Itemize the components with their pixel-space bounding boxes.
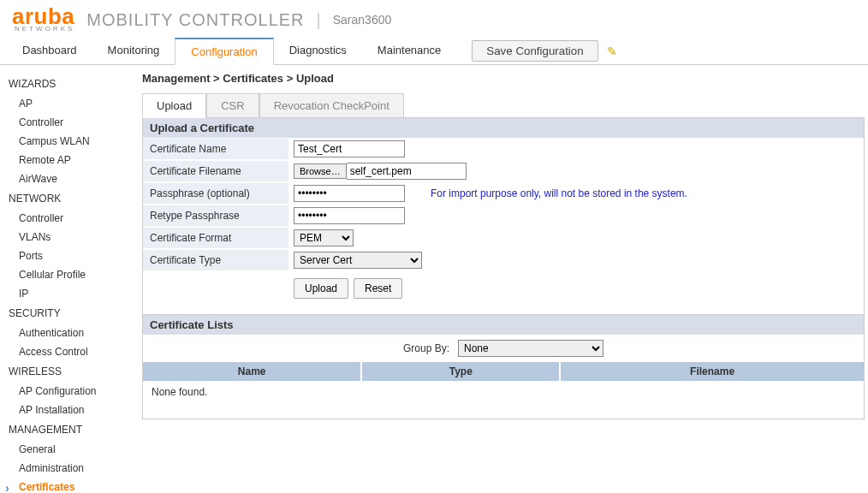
- panel: Upload a Certificate Certificate Name Ce…: [142, 118, 865, 419]
- passphrase-hint: For import purpose only, will not be sto…: [431, 187, 687, 199]
- label-cert-name: Certificate Name: [143, 139, 288, 159]
- sidebar-item-campus-wlan[interactable]: Campus WLAN: [9, 132, 135, 151]
- sidebar-group-security: SECURITY: [9, 303, 135, 324]
- sidebar-group-network: NETWORK: [9, 188, 135, 209]
- groupby-label: Group By:: [403, 342, 449, 354]
- sidebar-item-access-control[interactable]: Access Control: [9, 342, 135, 361]
- tab-diagnostics[interactable]: Diagnostics: [274, 38, 362, 64]
- sidebar-group-wizards: WIZARDS: [9, 74, 135, 94]
- sidebar-item-ap-config[interactable]: AP Configuration: [9, 382, 135, 401]
- sidebar-item-controller[interactable]: Controller: [9, 113, 135, 132]
- label-cert-type: Certificate Type: [143, 250, 288, 270]
- sidebar-item-administration[interactable]: Administration: [9, 459, 135, 478]
- subtab-revocation[interactable]: Revocation CheckPoint: [259, 93, 404, 117]
- sidebar-item-cellular[interactable]: Cellular Profile: [9, 265, 135, 284]
- tab-monitoring[interactable]: Monitoring: [92, 38, 175, 64]
- sidebar-item-general[interactable]: General: [9, 440, 135, 459]
- col-name[interactable]: Name: [143, 362, 361, 381]
- upload-button[interactable]: Upload: [294, 278, 348, 299]
- sidebar-group-wireless: WIRELESS: [9, 361, 135, 382]
- sidebar-item-ports[interactable]: Ports: [9, 246, 135, 265]
- breadcrumb: Management > Certificates > Upload: [142, 72, 865, 85]
- sidebar-item-ip[interactable]: IP: [9, 284, 135, 303]
- sidebar-item-net-controller[interactable]: Controller: [9, 209, 135, 228]
- input-cert-name[interactable]: [294, 140, 405, 157]
- col-filename[interactable]: Filename: [560, 362, 864, 381]
- section-cert-lists: Certificate Lists: [143, 314, 864, 335]
- label-cert-filename: Certificate Filename: [143, 161, 288, 181]
- brand-logo: aruba NETWORKS: [12, 7, 74, 33]
- tab-configuration[interactable]: Configuration: [175, 38, 273, 65]
- divider: |: [317, 10, 321, 30]
- subtabs: Upload CSR Revocation CheckPoint: [142, 93, 865, 118]
- pencil-icon[interactable]: ✎: [607, 45, 617, 58]
- brand-sub: NETWORKS: [12, 25, 74, 33]
- sidebar-item-authentication[interactable]: Authentication: [9, 324, 135, 342]
- input-cert-filename[interactable]: [347, 163, 467, 180]
- sidebar-item-vlans[interactable]: VLANs: [9, 228, 135, 246]
- sidebar-item-ap[interactable]: AP: [9, 94, 135, 113]
- sidebar-item-airwave[interactable]: AirWave: [9, 169, 135, 188]
- sidebar-item-certificates[interactable]: Certificates: [9, 478, 135, 493]
- col-type[interactable]: Type: [361, 362, 560, 381]
- main-content: Management > Certificates > Upload Uploa…: [135, 65, 868, 493]
- save-configuration-button[interactable]: Save Configuration: [472, 40, 597, 62]
- sidebar-item-ap-install[interactable]: AP Installation: [9, 401, 135, 419]
- label-passphrase: Passphrase (optional): [143, 183, 288, 204]
- sidebar: WIZARDS AP Controller Campus WLAN Remote…: [0, 65, 135, 493]
- select-cert-type[interactable]: Server Cert: [294, 252, 422, 269]
- tab-maintenance[interactable]: Maintenance: [362, 38, 456, 64]
- input-retype-passphrase[interactable]: [294, 207, 405, 224]
- hostname: Saran3600: [333, 13, 392, 27]
- product-title: MOBILITY CONTROLLER: [86, 10, 304, 30]
- select-groupby[interactable]: None: [458, 340, 603, 357]
- browse-button[interactable]: Browse…: [294, 163, 347, 179]
- sidebar-item-remote-ap[interactable]: Remote AP: [9, 151, 135, 169]
- section-upload-cert: Upload a Certificate: [143, 118, 864, 138]
- input-passphrase[interactable]: [294, 185, 405, 202]
- top-nav: Dashboard Monitoring Configuration Diagn…: [0, 38, 868, 65]
- reset-button[interactable]: Reset: [354, 278, 402, 299]
- header: aruba NETWORKS MOBILITY CONTROLLER | Sar…: [0, 0, 868, 38]
- label-retype-passphrase: Retype Passphrase: [143, 205, 288, 226]
- select-cert-format[interactable]: PEM: [294, 229, 354, 246]
- label-cert-format: Certificate Format: [143, 228, 288, 248]
- none-found: None found.: [143, 381, 864, 403]
- subtab-csr[interactable]: CSR: [206, 93, 259, 117]
- sidebar-group-management: MANAGEMENT: [9, 419, 135, 440]
- tab-dashboard[interactable]: Dashboard: [7, 38, 92, 64]
- cert-table: Name Type Filename: [143, 362, 864, 381]
- subtab-upload[interactable]: Upload: [142, 93, 206, 118]
